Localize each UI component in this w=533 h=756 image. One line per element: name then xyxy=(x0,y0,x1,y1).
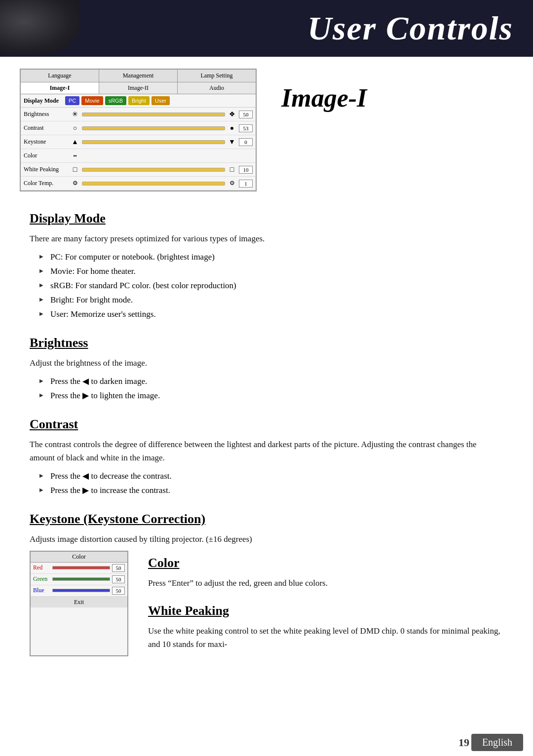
brightness-right-icon: ❖ xyxy=(228,110,236,118)
contrast-value: 53 xyxy=(239,124,253,132)
color-red-value: 50 xyxy=(112,564,125,572)
mode-user-button[interactable]: User xyxy=(152,96,170,105)
brightness-heading: Brightness xyxy=(30,336,503,350)
list-item: Press the ▶ to increase the contrast. xyxy=(39,484,503,498)
page-number: 19 xyxy=(458,736,469,749)
list-item: User: Memorize user's settings. xyxy=(39,307,503,322)
brightness-bullets: Press the ◀ to darken image. Press the ▶… xyxy=(39,375,503,403)
display-mode-row: Display Mode PC Movie sRGB Bright User xyxy=(21,94,256,108)
color-blue-label: Blue xyxy=(33,587,50,594)
tab-image-i[interactable]: Image-I xyxy=(21,82,99,94)
color-red-row: Red 50 xyxy=(31,563,127,574)
color-temp-row: Color Temp. ⚙ ⚙ 1 xyxy=(21,177,256,190)
keystone-body: Adjusts image distortion caused by tilti… xyxy=(30,532,503,546)
keystone-label: Keystone xyxy=(24,138,68,146)
list-item: Press the ▶ to lighten the image. xyxy=(39,389,503,403)
brightness-body: Adjust the brightness of the image. xyxy=(30,356,503,370)
tab-audio[interactable]: Audio xyxy=(178,82,256,94)
header: User Controls xyxy=(0,0,533,57)
keystone-heading: Keystone (Keystone Correction) xyxy=(30,512,503,527)
image-i-heading: Image-I xyxy=(271,69,367,191)
color-blue-slider[interactable] xyxy=(52,589,110,592)
contrast-heading: Contrast xyxy=(30,417,503,432)
keystone-value: 0 xyxy=(239,138,253,146)
display-mode-heading: Display Mode xyxy=(30,211,503,226)
color-green-label: Green xyxy=(33,575,50,583)
color-green-value: 50 xyxy=(112,575,125,583)
color-temp-value: 1 xyxy=(239,180,253,188)
color-row: Color ▪▪ xyxy=(21,149,256,163)
white-peaking-left-icon: □ xyxy=(71,166,79,174)
contrast-icon: ○ xyxy=(71,124,79,132)
display-mode-bullets: PC: For computer or notebook. (brightest… xyxy=(39,250,503,321)
control-panel: Language Management Lamp Setting Image-I… xyxy=(20,69,257,191)
list-item: Press the ◀ to darken image. xyxy=(39,375,503,389)
tab-management[interactable]: Management xyxy=(99,70,178,82)
brightness-slider[interactable] xyxy=(82,113,225,116)
panel-area: Language Management Lamp Setting Image-I… xyxy=(0,57,533,191)
white-peaking-label: White Peaking xyxy=(24,166,68,173)
brightness-value: 50 xyxy=(239,111,253,118)
header-bg-image xyxy=(0,0,79,54)
mode-pc-button[interactable]: PC xyxy=(65,96,79,105)
color-green-row: Green 50 xyxy=(31,574,127,585)
color-icon: ▪▪ xyxy=(71,153,79,158)
page-title: User Controls xyxy=(307,9,513,48)
keystone-right-icon: ▼ xyxy=(228,138,236,146)
language-badge: English xyxy=(471,734,523,751)
list-item: PC: For computer or notebook. (brightest… xyxy=(39,250,503,265)
color-blue-value: 50 xyxy=(112,587,125,595)
color-exit-label[interactable]: Exit xyxy=(74,599,84,605)
color-temp-right-icon: ⚙ xyxy=(228,180,236,187)
mode-movie-button[interactable]: Movie xyxy=(81,96,103,105)
mode-srgb-button[interactable]: sRGB xyxy=(105,96,126,105)
color-red-label: Red xyxy=(33,564,50,571)
brightness-row: Brightness ✳ ❖ 50 xyxy=(21,108,256,121)
tab-row-1: Language Management Lamp Setting xyxy=(21,70,256,82)
color-label: Color xyxy=(24,152,68,159)
color-temp-label: Color Temp. xyxy=(24,180,68,187)
contrast-right-icon: ● xyxy=(228,124,236,132)
list-item: Bright: For bright mode. xyxy=(39,293,503,307)
white-peaking-slider[interactable] xyxy=(82,168,225,172)
white-peaking-right-icon: □ xyxy=(228,166,236,174)
color-exit-row: Exit xyxy=(31,597,127,607)
brightness-icon: ✳ xyxy=(71,110,79,118)
white-peaking-row: White Peaking □ □ 10 xyxy=(21,163,256,177)
footer: 19 English xyxy=(0,729,533,756)
keystone-row: Keystone ▲ ▼ 0 xyxy=(21,135,256,149)
color-green-slider[interactable] xyxy=(52,577,110,581)
color-temp-slider[interactable] xyxy=(82,182,225,186)
contrast-bullets: Press the ◀ to decrease the contrast. Pr… xyxy=(39,469,503,498)
list-item: Movie: For home theater. xyxy=(39,265,503,279)
list-item: sRGB: For standard PC color. (best color… xyxy=(39,279,503,293)
color-blue-row: Blue 50 xyxy=(31,585,127,597)
display-mode-body: There are many factory presets optimized… xyxy=(30,232,503,245)
color-red-slider[interactable] xyxy=(52,566,110,569)
keystone-icon: ▲ xyxy=(71,138,79,146)
tab-language[interactable]: Language xyxy=(21,70,99,82)
white-peaking-heading: White Peaking xyxy=(148,604,503,618)
color-panel-title: Color xyxy=(31,552,127,563)
white-peaking-value: 10 xyxy=(239,166,253,174)
contrast-label: Contrast xyxy=(24,124,68,132)
list-item: Press the ◀ to decrease the contrast. xyxy=(39,469,503,484)
contrast-slider[interactable] xyxy=(82,126,225,130)
display-mode-label: Display Mode xyxy=(24,97,63,105)
white-peaking-body: Use the white peaking control to set the… xyxy=(148,624,503,651)
brightness-label: Brightness xyxy=(24,111,68,118)
tab-row-2: Image-I Image-II Audio xyxy=(21,82,256,94)
tab-image-ii[interactable]: Image-II xyxy=(99,82,178,94)
color-section-content: Color Press “Enter” to adjust the red, g… xyxy=(148,551,503,656)
contrast-row: Contrast ○ ● 53 xyxy=(21,121,256,135)
mode-bright-button[interactable]: Bright xyxy=(128,96,150,105)
color-temp-left-icon: ⚙ xyxy=(71,180,79,187)
tab-lamp-setting[interactable]: Lamp Setting xyxy=(178,70,256,82)
color-section-wrapper: Color Red 50 Green 50 Blue 50 Exit Color xyxy=(30,551,503,656)
contrast-body: The contrast controls the degree of diff… xyxy=(30,438,503,464)
main-content: Display Mode There are many factory pres… xyxy=(0,191,533,676)
color-body: Press “Enter” to adjust the red, green a… xyxy=(148,576,503,590)
color-sub-panel: Color Red 50 Green 50 Blue 50 Exit xyxy=(30,551,128,656)
keystone-slider[interactable] xyxy=(82,140,225,144)
color-heading: Color xyxy=(148,556,503,570)
